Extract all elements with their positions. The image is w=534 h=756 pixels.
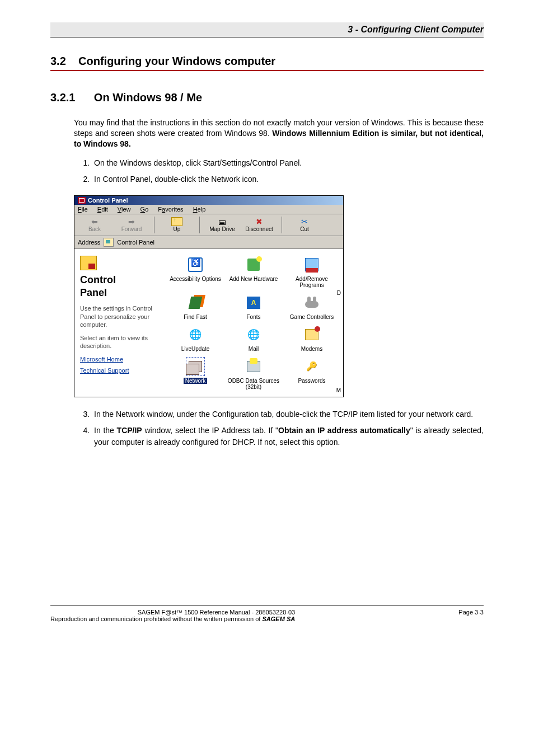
pane-title-1: Control xyxy=(80,275,158,286)
footer-page-number: Page 3-3 xyxy=(458,609,484,622)
item-game-controllers[interactable]: Game Controllers xyxy=(284,293,340,321)
control-panel-folder-icon xyxy=(80,256,97,270)
titlebar[interactable]: Control Panel xyxy=(74,196,343,205)
item-passwords[interactable]: Passwords xyxy=(284,356,340,391)
cut-label: Cut xyxy=(300,226,309,232)
back-label: Back xyxy=(88,226,101,232)
item-label: Modems xyxy=(301,346,322,352)
item-label: ODBC Data Sources (32bit) xyxy=(227,378,280,390)
menu-go[interactable]: Go xyxy=(140,206,149,213)
step-4-tcpip-bold: TCP/IP xyxy=(117,426,142,435)
forward-button[interactable]: ➡ Forward xyxy=(115,217,148,232)
item-mail[interactable]: Mail xyxy=(226,325,282,353)
link-technical-support[interactable]: Technical Support xyxy=(80,367,158,374)
pane-title-2: Panel xyxy=(80,288,158,299)
menu-view[interactable]: View xyxy=(118,206,131,213)
toolbar-separator-3 xyxy=(282,217,282,233)
footer-ref: SAGEM F@st™ 1500 Reference Manual - 2880… xyxy=(50,609,295,616)
game-controllers-icon xyxy=(305,301,318,308)
up-folder-icon: ↑ xyxy=(171,217,182,226)
scissors-icon: ✂ xyxy=(301,217,308,226)
forward-arrow-icon: ➡ xyxy=(128,217,135,226)
step-4: In the TCP/IP window, select the IP Addr… xyxy=(92,425,484,448)
item-odbc[interactable]: ODBC Data Sources (32bit) xyxy=(226,356,282,391)
item-modems[interactable]: Modems xyxy=(284,325,340,353)
mail-icon xyxy=(247,328,260,341)
item-find-fast[interactable]: Find Fast xyxy=(167,293,223,321)
left-pane: Control Panel Use the settings in Contro… xyxy=(74,249,164,397)
map-drive-label: Map Drive xyxy=(209,226,235,232)
item-label: Find Fast xyxy=(184,314,207,320)
map-drive-button[interactable]: 🖴 Map Drive xyxy=(205,217,239,232)
item-accessibility-options[interactable]: Accessibility Options xyxy=(167,255,223,289)
fonts-icon: A xyxy=(247,297,260,309)
add-hardware-icon xyxy=(247,259,260,271)
passwords-icon xyxy=(306,361,317,372)
up-label: Up xyxy=(174,226,181,232)
toolbar-separator-2 xyxy=(199,217,200,233)
step-4-part-a: In the xyxy=(94,426,117,435)
subsection-number: 3.2.1 xyxy=(50,91,75,104)
footer-legal: Reproduction and communication prohibite… xyxy=(50,616,295,622)
item-label: Add/Remove Programs xyxy=(285,276,339,288)
footer-sagem-sa: SAGEM SA xyxy=(262,616,295,622)
menu-edit[interactable]: Edit xyxy=(97,206,108,213)
item-liveupdate[interactable]: LiveUpdate xyxy=(167,325,223,353)
subsection-title-text: On Windows 98 / Me xyxy=(94,91,202,104)
cropped-edge-d: D xyxy=(337,290,341,296)
section-title-text: Configuring your Windows computer xyxy=(78,55,275,67)
running-title: 3 - Configuring Client Computer xyxy=(348,25,484,35)
menu-help[interactable]: Help xyxy=(193,206,206,213)
system-menu-icon[interactable] xyxy=(78,197,86,204)
steps-list-top: On the Windows desktop, click Start/Sett… xyxy=(50,157,484,185)
control-panel-window: Control Panel File Edit View Go Favorite… xyxy=(74,195,344,397)
find-fast-icon xyxy=(189,297,203,309)
section-number: 3.2 xyxy=(50,55,66,67)
modems-icon xyxy=(305,329,318,340)
item-label: Add New Hardware xyxy=(229,276,278,282)
disconnect-button[interactable]: ✖ Disconnect xyxy=(242,217,276,232)
address-folder-icon xyxy=(104,238,114,247)
item-label: Game Controllers xyxy=(290,314,334,320)
menu-favorites[interactable]: Favorites xyxy=(158,206,183,213)
menu-bar: File Edit View Go Favorites Help xyxy=(74,205,343,214)
step-1: On the Windows desktop, click Start/Sett… xyxy=(92,157,484,169)
titlebar-text: Control Panel xyxy=(88,197,128,204)
toolbar-separator xyxy=(154,217,154,233)
item-label: Fonts xyxy=(246,314,260,320)
footer-legal-text: Reproduction and communication prohibite… xyxy=(50,616,262,622)
menu-file[interactable]: File xyxy=(78,206,88,213)
pane-description: Use the settings in Control Panel to per… xyxy=(80,304,158,328)
forward-label: Forward xyxy=(121,226,142,232)
item-label: LiveUpdate xyxy=(181,346,210,352)
intro-paragraph: You may find that the instructions in th… xyxy=(50,118,484,149)
item-network[interactable]: Network xyxy=(167,356,223,391)
back-arrow-icon: ⬅ xyxy=(91,217,98,226)
item-label: Network xyxy=(184,378,208,384)
item-add-remove-programs[interactable]: Add/Remove Programs xyxy=(284,255,340,289)
section-rule xyxy=(50,70,484,71)
address-value[interactable]: Control Panel xyxy=(117,239,154,246)
item-label: Passwords xyxy=(298,378,326,384)
disconnect-icon: ✖ xyxy=(256,217,263,226)
address-label: Address xyxy=(78,239,100,246)
cut-button[interactable]: ✂ Cut xyxy=(288,217,321,232)
disconnect-label: Disconnect xyxy=(245,226,273,232)
item-label: Mail xyxy=(249,346,259,352)
steps-list-bottom: In the Network window, under the Configu… xyxy=(50,408,484,448)
link-microsoft-home[interactable]: Microsoft Home xyxy=(80,356,158,363)
up-button[interactable]: ↑ Up xyxy=(160,217,194,232)
back-button[interactable]: ⬅ Back xyxy=(78,217,111,232)
cropped-edge-m: M xyxy=(336,387,341,393)
accessibility-icon xyxy=(188,257,203,272)
network-icon xyxy=(189,361,202,372)
toolbar: ⬅ Back ➡ Forward ↑ Up 🖴 Map Drive ✖ Disc… xyxy=(74,214,343,236)
item-fonts[interactable]: A Fonts xyxy=(226,293,282,321)
window-body: Control Panel Use the settings in Contro… xyxy=(74,249,343,397)
map-drive-icon: 🖴 xyxy=(218,217,226,226)
item-add-new-hardware[interactable]: Add New Hardware xyxy=(226,255,282,289)
step-2: In Control Panel, double-click the Netwo… xyxy=(92,173,484,185)
step-3: In the Network window, under the Configu… xyxy=(92,408,484,420)
address-bar: Address Control Panel xyxy=(74,236,343,249)
add-remove-icon xyxy=(305,258,318,271)
